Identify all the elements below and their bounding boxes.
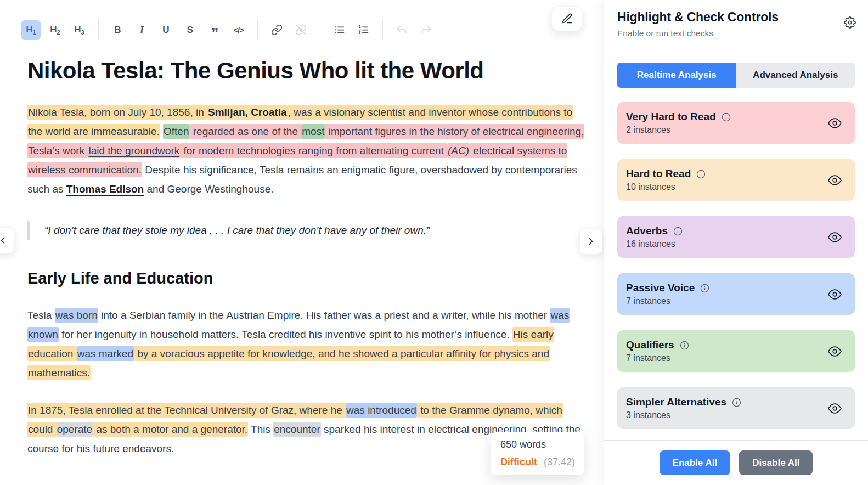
info-icon: [700, 284, 709, 293]
eye-icon: [828, 116, 842, 130]
check-info-button[interactable]: [680, 341, 689, 350]
text-segment: into a Serbian family in the Austrian Em…: [98, 309, 550, 321]
check-card-passive-voice: Passive Voice7 instances: [617, 273, 855, 315]
check-title-row: Passive Voice: [626, 282, 709, 294]
next-page-button[interactable]: [579, 228, 602, 255]
document-body: Nikola Tesla, born on July 10, 1856, in …: [27, 103, 585, 458]
highlight-check-panel: Highlight & Check Controls Enable or run…: [604, 0, 868, 485]
enable-all-button[interactable]: Enable All: [660, 450, 731, 475]
gear-icon: [844, 16, 856, 29]
check-title: Very Hard to Read: [626, 111, 716, 123]
eye-icon: [828, 345, 842, 358]
paragraph: Tesla was born into a Serbian family in …: [27, 306, 585, 382]
check-count: 10 instances: [626, 182, 706, 192]
check-count: 16 instances: [626, 239, 683, 249]
toggle-visibility-button[interactable]: [828, 173, 842, 187]
check-info-button[interactable]: [696, 170, 706, 179]
text-segment: laid the groundwork: [88, 143, 180, 158]
toggle-visibility-button[interactable]: [828, 402, 842, 415]
info-icon: [732, 398, 741, 407]
text-segment: This: [248, 424, 273, 435]
check-card-qualifiers: Qualifiers7 instances: [617, 330, 855, 372]
paragraph: Nikola Tesla, born on July 10, 1856, in …: [27, 103, 585, 199]
check-title-row: Simpler Alternatives: [626, 396, 741, 408]
chevron-right-icon: [585, 236, 596, 247]
check-info-button[interactable]: [700, 284, 709, 293]
text-segment: as both a motor and a generator.: [93, 422, 248, 437]
check-info: Qualifiers7 instances: [626, 339, 689, 363]
blockquote: “I don’t care that they stole my idea . …: [27, 221, 585, 240]
check-count: 7 instances: [626, 353, 689, 363]
checks-list: Very Hard to Read2 instancesHard to Read…: [617, 102, 855, 429]
prev-page-button[interactable]: [0, 227, 14, 253]
text-segment: Tesla: [27, 309, 55, 321]
check-title-row: Qualifiers: [626, 339, 689, 351]
toggle-visibility-button[interactable]: [828, 345, 842, 358]
text-segment: Thomas Edison: [66, 183, 144, 195]
text-segment: most: [301, 124, 325, 139]
check-title-row: Adverbs: [626, 225, 683, 237]
info-icon: [696, 170, 706, 179]
section-heading: Early Life and Education: [27, 269, 585, 287]
check-count: 3 instances: [626, 410, 741, 420]
check-title: Hard to Read: [626, 168, 691, 180]
word-count: 650 words: [500, 439, 575, 450]
panel-footer: Enable All Disable All: [604, 440, 868, 485]
text-segment: Often: [163, 124, 189, 139]
check-card-adverbs: Adverbs16 instances: [617, 216, 855, 258]
document-title: Nikola Tesla: The Genius Who lit the Wor…: [27, 57, 585, 84]
info-icon: [722, 112, 731, 122]
check-info: Simpler Alternatives3 instances: [626, 396, 741, 420]
toggle-visibility-button[interactable]: [828, 287, 842, 301]
disable-all-button[interactable]: Disable All: [739, 450, 813, 475]
toggle-visibility-button[interactable]: [828, 230, 842, 244]
check-info-button[interactable]: [673, 227, 683, 236]
text-segment: was marked: [77, 346, 134, 361]
word-count-box: 650 words Difficult (37.42): [491, 432, 584, 475]
chevron-left-icon: [0, 235, 8, 246]
check-info-button[interactable]: [722, 112, 731, 122]
check-card-very-hard-to-read: Very Hard to Read2 instances: [617, 102, 855, 144]
check-title-row: Very Hard to Read: [626, 111, 731, 123]
check-title: Simpler Alternatives: [626, 396, 726, 408]
check-title: Adverbs: [626, 225, 668, 237]
text-segment: and George Westinghouse.: [144, 183, 273, 195]
text-segment: Smiljan, Croatia: [207, 105, 288, 120]
text-segment: was introduced: [346, 403, 417, 418]
check-info: Hard to Read10 instances: [626, 168, 706, 192]
tab-advanced-analysis[interactable]: Advanced Analysis: [736, 63, 855, 88]
toggle-visibility-button[interactable]: [828, 116, 842, 130]
check-info-button[interactable]: [732, 398, 741, 407]
readability-label: Difficult: [500, 456, 537, 467]
eye-icon: [828, 287, 842, 301]
text-segment: was born: [55, 308, 98, 323]
panel-subtitle: Enable or run text checks: [617, 29, 855, 38]
text-segment: encounter: [273, 422, 321, 437]
panel-title: Highlight & Check Controls: [617, 10, 855, 25]
eye-icon: [828, 402, 842, 415]
eye-icon: [828, 230, 842, 244]
check-info: Adverbs16 instances: [626, 225, 683, 249]
text-segment: Nikola Tesla, born on July 10, 1856, in: [27, 105, 207, 120]
editor-pane: H1H2H3BIUS”</>123 Nikola Tesla: The Geni…: [0, 0, 604, 485]
settings-button[interactable]: [844, 16, 856, 30]
editor-content[interactable]: Nikola Tesla: The Genius Who lit the Wor…: [27, 0, 585, 458]
eye-icon: [828, 173, 842, 187]
check-count: 2 instances: [626, 125, 731, 135]
text-segment: operate: [57, 422, 93, 437]
text-segment: In 1875, Tesla enrolled at the Technical…: [27, 403, 346, 418]
check-count: 7 instances: [626, 296, 709, 306]
text-segment: (AC): [447, 143, 470, 158]
check-title-row: Hard to Read: [626, 168, 706, 180]
analysis-tabs: Realtime AnalysisAdvanced Analysis: [617, 63, 855, 88]
text-segment: regarded as one of the: [189, 124, 301, 139]
text-segment: for modern technologies ranging from alt…: [180, 143, 447, 158]
check-card-simpler-alternatives: Simpler Alternatives3 instances: [617, 387, 855, 429]
tab-realtime-analysis[interactable]: Realtime Analysis: [617, 63, 736, 88]
check-info: Very Hard to Read2 instances: [626, 111, 731, 135]
readability: Difficult (37.42): [500, 456, 575, 468]
readability-score: (37.42): [544, 456, 575, 467]
info-icon: [673, 227, 683, 236]
check-title: Qualifiers: [626, 339, 674, 351]
text-segment: “I don’t care that they stole my idea . …: [44, 224, 430, 236]
